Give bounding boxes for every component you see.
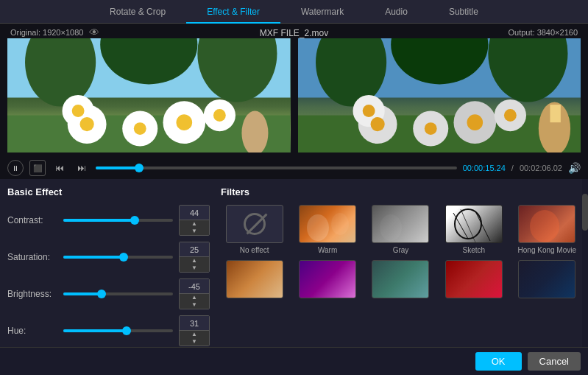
brightness-up[interactable]: ▲ [180,294,209,301]
next-frame-button[interactable]: ⏭ [74,160,90,176]
video-panel-right [298,38,581,153]
svg-point-12 [134,122,146,135]
filters-title: Filters [221,186,581,197]
scrollbar-thumb[interactable] [582,194,588,231]
contrast-label: Contrast: [7,215,57,225]
current-time: 00:00:15.24 [463,164,506,172]
progress-fill [96,167,139,169]
hue-down[interactable]: ▼ [180,338,209,346]
ok-button[interactable]: OK [475,352,522,371]
svg-point-14 [213,109,226,122]
prev-frame-button[interactable]: ⏮ [52,160,68,176]
hue-row: Hue: 31 ▲ ▼ [7,315,210,346]
filter-r2[interactable] [294,260,361,301]
saturation-fill [63,256,124,259]
contrast-row: Contrast: 44 ▲ ▼ [7,205,210,236]
tab-subtitle[interactable]: Subtitle [428,0,499,24]
hue-up[interactable]: ▲ [180,331,209,338]
brightness-fill [63,292,102,295]
basic-effect-title: Basic Effect [7,186,210,197]
saturation-label: Saturation: [7,252,57,262]
filter-r1[interactable] [221,260,288,301]
saturation-thumb[interactable] [119,253,128,262]
svg-point-26 [370,117,384,131]
svg-point-41 [530,210,559,242]
no-effect-thumb [226,205,283,243]
contrast-spinner: 44 ▲ ▼ [179,205,210,236]
brightness-value: -45 [180,279,209,294]
contrast-value: 44 [180,206,209,220]
tab-bar: Rotate & Crop Effect & Filter Watermark … [0,0,588,24]
svg-line-39 [475,211,490,241]
filter-hk-label: Hong Kong Movie [518,246,577,254]
filter-gray[interactable]: Gray [367,205,434,254]
filter-r3[interactable] [367,260,434,301]
tab-audio[interactable]: Audio [364,0,428,24]
filter-r5[interactable] [514,260,581,301]
filter-r3-thumb [372,260,429,298]
time-separator: / [511,164,514,172]
hue-slider[interactable] [63,329,173,332]
progress-thumb[interactable] [135,164,144,172]
svg-point-10 [80,117,94,131]
total-time: 00:02:06.02 [520,164,562,172]
eye-icon[interactable]: 👁 [89,27,99,38]
tab-watermark[interactable]: Watermark [280,0,364,24]
filter-r4[interactable] [440,260,507,301]
filter-r1-thumb [226,260,283,298]
filter-warm-thumb [299,205,356,243]
filter-no-effect-label: No effect [240,246,269,254]
scrollbar-track [582,179,588,375]
svg-point-28 [424,122,436,135]
cancel-button[interactable]: Cancel [528,352,581,371]
brightness-spinner: -45 ▲ ▼ [179,278,210,309]
bottom-panel: Basic Effect Contrast: 44 ▲ ▼ Saturation… [0,179,588,375]
saturation-down[interactable]: ▼ [180,264,209,272]
tab-rotate-crop[interactable]: Rotate & Crop [89,0,186,24]
saturation-up[interactable]: ▲ [180,257,209,264]
filters-grid: No effect Warm [221,205,581,301]
filter-warm-label: Warm [318,246,337,254]
svg-point-35 [331,213,349,235]
pause-button[interactable]: ⏸ [7,160,24,176]
contrast-thumb[interactable] [130,216,139,225]
filter-sketch-label: Sketch [463,246,486,254]
filter-r4-thumb [445,260,503,298]
saturation-value: 25 [180,242,209,257]
footer-bar: OK Cancel [0,347,588,375]
hue-label: Hue: [7,326,57,336]
filter-sketch[interactable]: Sketch [440,205,507,254]
svg-point-34 [307,214,329,241]
tab-effect-filter[interactable]: Effect & Filter [186,0,280,24]
brightness-slider[interactable] [63,292,173,295]
filter-hk-thumb [518,205,575,243]
output-res-label: Output: 3840×2160 [509,28,578,37]
filter-warm[interactable]: Warm [294,205,361,254]
contrast-fill [63,219,135,222]
svg-point-11 [72,105,85,117]
file-label: MXF FILE_2.mov [260,28,328,38]
brightness-down[interactable]: ▼ [180,301,209,309]
saturation-row: Saturation: 25 ▲ ▼ [7,242,210,273]
brightness-label: Brightness: [7,289,57,299]
contrast-slider[interactable] [63,219,173,222]
saturation-slider[interactable] [63,256,173,259]
volume-icon[interactable]: 🔊 [568,162,581,174]
contrast-down[interactable]: ▼ [180,228,209,235]
progress-bar[interactable] [96,167,457,169]
stop-button[interactable]: ⬛ [29,160,46,176]
original-res-label: Original: 1920×1080 [10,28,83,37]
brightness-thumb[interactable] [97,290,106,298]
svg-point-13 [176,114,192,130]
filter-hk-movie[interactable]: Hong Kong Movie [514,205,581,254]
video-panel-left [7,38,291,153]
saturation-spinner: 25 ▲ ▼ [179,242,210,273]
contrast-up[interactable]: ▲ [180,220,209,228]
filter-r5-thumb [518,260,575,298]
hue-value: 31 [180,316,209,331]
filter-gray-thumb [372,205,429,243]
main-content: Original: 1920×1080 👁 MXF FILE_2.mov Out… [0,24,588,375]
svg-point-40 [455,209,481,239]
hue-thumb[interactable] [122,326,131,335]
filter-no-effect[interactable]: No effect [221,205,288,254]
